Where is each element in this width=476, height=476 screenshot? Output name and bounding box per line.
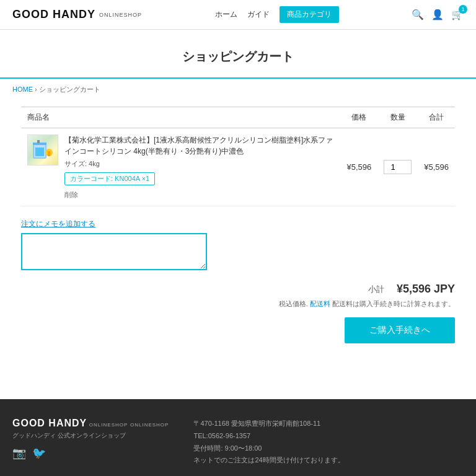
page-title: ショッピングカート [0, 48, 476, 65]
col-header-price: 価格 [340, 107, 377, 128]
subtotal-amount: ¥5,596 JPY [397, 283, 455, 296]
instagram-icon[interactable]: 📷 [12, 446, 26, 460]
footer-logo-sub: ONLINESHOP [89, 422, 128, 428]
page-title-section: ショッピングカート [0, 30, 476, 79]
total-cell: ¥5,596 [418, 128, 455, 206]
tax-note: 税込価格. 配送料 配送料は購入手続き時に計算されます。 [279, 299, 455, 309]
col-header-total: 合計 [418, 107, 455, 128]
footer: GOOD HANDY ONLINESHOP ONLINESHOP グッドハンディ… [0, 399, 476, 476]
footer-social: 📷 🐦 [12, 446, 169, 460]
svg-rect-6 [48, 151, 50, 156]
qty-cell [377, 128, 418, 206]
account-button[interactable]: 👤 [431, 9, 444, 20]
shipping-note-text: 配送料は購入手続き時に計算されます。 [332, 300, 455, 307]
footer-hours: 受付時間: 9:00〜18:00 [193, 443, 344, 455]
breadcrumb-home[interactable]: HOME [12, 86, 33, 93]
col-header-qty: 数量 [377, 107, 418, 128]
cart-button[interactable]: 🛒 1 [451, 9, 464, 20]
account-icon: 👤 [431, 9, 444, 20]
footer-brand-jp: グッドハンディ 公式オンラインショップ [12, 431, 169, 440]
nav-home[interactable]: ホーム [215, 9, 237, 20]
search-icon: 🔍 [412, 9, 424, 20]
cart-badge: 1 [459, 5, 467, 14]
shipping-link[interactable]: 配送料 [310, 300, 330, 307]
footer-logo-main: GOOD HANDY [12, 418, 87, 428]
footer-logo: GOOD HANDY ONLINESHOP ONLINESHOP [12, 418, 169, 429]
svg-rect-2 [35, 148, 44, 156]
breadcrumb: HOME › ショッピングカート [0, 79, 476, 100]
product-cell: 【菊水化学工業株式会社】[1液水系高耐候性アクリルシリコン樹脂塗料]水系ファイン… [21, 128, 340, 206]
main-content: 商品名 価格 数量 合計 [9, 100, 467, 374]
product-details: 【菊水化学工業株式会社】[1液水系高耐候性アクリルシリコン樹脂塗料]水系ファイン… [64, 134, 334, 200]
price-cell: ¥5,596 [340, 128, 377, 206]
col-header-product: 商品名 [21, 107, 340, 128]
tax-note-text: 税込価格. [279, 300, 308, 307]
product-size: サイズ: 4kg [64, 159, 334, 169]
breadcrumb-separator: › [35, 86, 39, 93]
header: GOOD HANDY ONLINESHOP ホーム ガイド 商品カテゴリ 🔍 👤… [0, 0, 476, 30]
footer-top: GOOD HANDY ONLINESHOP ONLINESHOP グッドハンディ… [12, 418, 464, 467]
footer-tel: TEL:0562-96-1357 [193, 430, 344, 443]
nav-category-button[interactable]: 商品カテゴリ [280, 6, 339, 23]
header-nav: ホーム ガイド 商品カテゴリ [215, 6, 339, 23]
footer-logo-section: GOOD HANDY ONLINESHOP ONLINESHOP グッドハンディ… [12, 418, 169, 467]
twitter-icon[interactable]: 🐦 [32, 446, 46, 460]
subtotal-row: 小計 ¥5,596 JPY [368, 283, 455, 296]
footer-logo-sub-text: ONLINESHOP [130, 422, 169, 428]
product-info: 【菊水化学工業株式会社】[1液水系高耐候性アクリルシリコン樹脂塗料]水系ファイン… [27, 134, 334, 200]
product-image [27, 134, 58, 165]
header-icons: 🔍 👤 🛒 1 [412, 9, 464, 20]
logo-sub-text: ONLINESHOP [99, 12, 142, 18]
svg-rect-4 [37, 140, 40, 143]
footer-online-note: ネットでのご注文は24時間受け付けております。 [193, 454, 344, 467]
table-row: 【菊水化学工業株式会社】[1液水系高耐候性アクリルシリコン樹脂塗料]水系ファイン… [21, 128, 455, 206]
search-button[interactable]: 🔍 [412, 9, 424, 20]
footer-address: 〒470-1168 愛知県豊明市栄町南館108-11 [193, 418, 344, 430]
logo: GOOD HANDY ONLINESHOP [12, 8, 142, 21]
product-name: 【菊水化学工業株式会社】[1液水系高耐候性アクリルシリコン樹脂塗料]水系ファイン… [64, 134, 334, 157]
product-thumbnail [30, 138, 55, 162]
breadcrumb-current: ショッピングカート [39, 86, 100, 93]
cart-table: 商品名 価格 数量 合計 [21, 107, 455, 206]
nav-guide[interactable]: ガイド [247, 9, 270, 20]
memo-section: 注文にメモを追加する [21, 219, 455, 270]
logo-main-text: GOOD HANDY [12, 8, 95, 21]
delete-link[interactable]: 削除 [64, 190, 334, 200]
footer-info: 〒470-1168 愛知県豊明市栄町南館108-11 TEL:0562-96-1… [193, 418, 344, 467]
subtotal-label: 小計 [368, 284, 384, 295]
memo-textarea[interactable] [21, 233, 207, 270]
color-code-tag[interactable]: カラーコード: KN004A ×1 [64, 172, 155, 185]
summary-section: 小計 ¥5,596 JPY 税込価格. 配送料 配送料は購入手続き時に計算されま… [21, 283, 455, 343]
checkout-button[interactable]: ご購入手続きへ [345, 317, 455, 343]
memo-label[interactable]: 注文にメモを追加する [21, 219, 95, 229]
qty-input[interactable] [384, 160, 412, 174]
